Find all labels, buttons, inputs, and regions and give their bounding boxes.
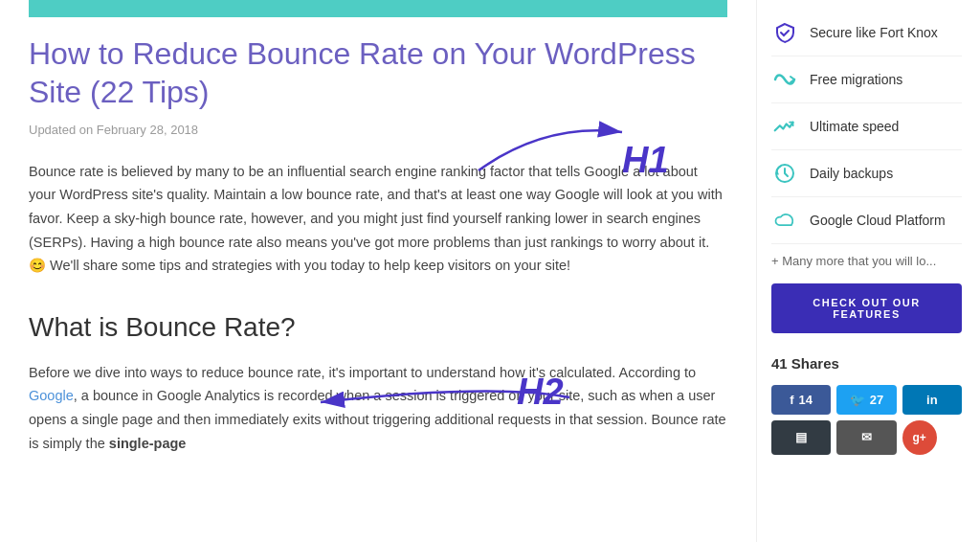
feature-item-secure: Secure like Fort Knox — [771, 10, 962, 56]
facebook-share-button[interactable]: f 14 — [771, 385, 831, 415]
feature-label-speed: Ultimate speed — [810, 116, 899, 137]
buffer-share-button[interactable]: ▤ — [771, 420, 831, 455]
shield-icon — [771, 19, 798, 46]
top-bar — [29, 0, 727, 17]
twitter-share-button[interactable]: 🐦 27 — [836, 385, 896, 415]
feature-item-speed: Ultimate speed — [771, 103, 962, 150]
facebook-icon: f — [790, 393, 793, 407]
cloud-icon — [771, 207, 798, 234]
twitter-icon: 🐦 — [850, 393, 865, 407]
gplus-icon: g+ — [912, 431, 925, 444]
twitter-count: 27 — [870, 393, 883, 407]
speed-icon — [771, 113, 798, 140]
linkedin-share-button[interactable]: in — [902, 385, 962, 415]
google-link[interactable]: Google — [29, 388, 74, 403]
migrations-icon — [771, 66, 798, 93]
feature-label-migrations: Free migrations — [810, 69, 902, 90]
feature-label-cloud: Google Cloud Platform — [810, 210, 946, 231]
shares-title: 41 Shares — [771, 352, 962, 375]
linkedin-icon: in — [926, 393, 938, 407]
updated-date: Updated on February 28, 2018 — [29, 121, 727, 141]
shares-section: 41 Shares f 14 🐦 27 in ▤ ✉ — [771, 352, 962, 455]
feature-item-cloud: Google Cloud Platform — [771, 197, 962, 244]
facebook-count: 14 — [799, 393, 813, 407]
backup-icon — [771, 160, 798, 187]
h2-section-title: What is Bounce Rate? — [29, 306, 727, 350]
h2-body: Before we dive into ways to reduce bounc… — [29, 361, 727, 456]
article-title: How to Reduce Bounce Rate on Your WordPr… — [29, 34, 727, 111]
sidebar: Secure like Fort Knox Free migrations Ul… — [756, 0, 976, 542]
main-content: How to Reduce Bounce Rate on Your WordPr… — [0, 0, 756, 542]
gplus-share-button[interactable]: g+ — [902, 420, 937, 455]
article-intro: Bounce rate is believed by many to be an… — [29, 160, 727, 278]
cta-button[interactable]: CHECK OUT OUR FEATURES — [771, 283, 962, 333]
feature-label-backups: Daily backups — [810, 163, 893, 184]
feature-label-secure: Secure like Fort Knox — [810, 22, 938, 43]
shares-grid: f 14 🐦 27 in ▤ ✉ g+ — [771, 385, 962, 455]
sidebar-more-text: + Many more that you will lo... — [771, 244, 962, 283]
email-share-button[interactable]: ✉ — [836, 420, 896, 455]
email-icon: ✉ — [861, 430, 872, 444]
feature-item-migrations: Free migrations — [771, 56, 962, 103]
feature-item-backups: Daily backups — [771, 150, 962, 197]
buffer-icon: ▤ — [795, 430, 807, 444]
